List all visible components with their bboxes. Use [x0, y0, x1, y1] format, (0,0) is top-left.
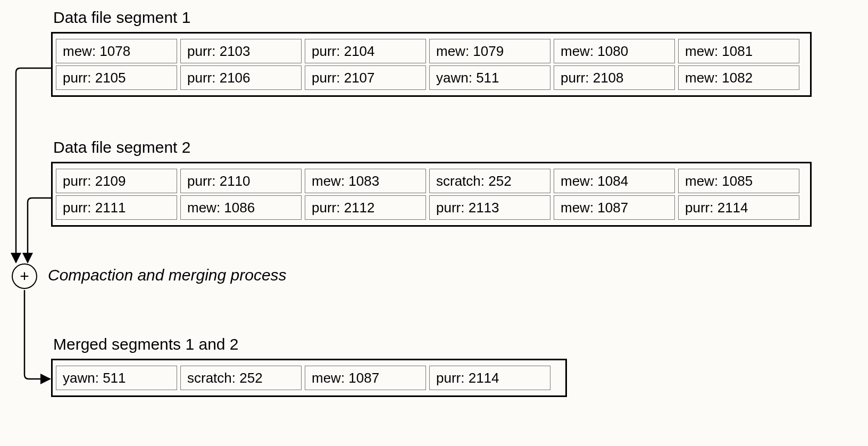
- record-cell: mew: 1080: [554, 39, 675, 63]
- table-row: purr: 2111 mew: 1086 purr: 2112 purr: 21…: [56, 195, 807, 220]
- merged-segment-box: yawn: 511 scratch: 252 mew: 1087 purr: 2…: [51, 359, 567, 397]
- record-cell: mew: 1084: [554, 169, 675, 193]
- record-cell: scratch: 252: [429, 169, 550, 193]
- record-cell: yawn: 511: [56, 366, 177, 390]
- record-cell: mew: 1087: [305, 366, 426, 390]
- table-row: purr: 2109 purr: 2110 mew: 1083 scratch:…: [56, 169, 807, 193]
- record-cell: purr: 2104: [305, 39, 426, 63]
- record-cell: scratch: 252: [180, 366, 302, 390]
- record-cell: mew: 1079: [429, 39, 550, 63]
- record-cell: yawn: 511: [429, 65, 550, 90]
- record-cell: mew: 1087: [554, 195, 675, 220]
- table-row: yawn: 511 scratch: 252 mew: 1087 purr: 2…: [56, 366, 562, 390]
- record-cell: mew: 1086: [180, 195, 302, 220]
- record-cell: purr: 2106: [180, 65, 302, 90]
- record-cell: purr: 2113: [429, 195, 550, 220]
- merge-node-icon: +: [12, 263, 37, 289]
- heading-seg2: Data file segment 2: [53, 138, 190, 156]
- table-row: mew: 1078 purr: 2103 purr: 2104 mew: 107…: [56, 39, 807, 63]
- record-cell: mew: 1085: [678, 169, 799, 193]
- record-cell: purr: 2109: [56, 169, 177, 193]
- record-cell: purr: 2110: [180, 169, 302, 193]
- record-cell: purr: 2112: [305, 195, 426, 220]
- record-cell: purr: 2105: [56, 65, 177, 90]
- segment-1-box: mew: 1078 purr: 2103 purr: 2104 mew: 107…: [51, 32, 812, 97]
- process-label: Compaction and merging process: [48, 266, 287, 284]
- record-cell: purr: 2107: [305, 65, 426, 90]
- heading-merged: Merged segments 1 and 2: [53, 335, 239, 353]
- record-cell: mew: 1081: [678, 39, 799, 63]
- record-cell: mew: 1083: [305, 169, 426, 193]
- record-cell: purr: 2111: [56, 195, 177, 220]
- table-row: purr: 2105 purr: 2106 purr: 2107 yawn: 5…: [56, 65, 807, 90]
- segment-2-box: purr: 2109 purr: 2110 mew: 1083 scratch:…: [51, 162, 812, 227]
- record-cell: mew: 1082: [678, 65, 799, 90]
- record-cell: purr: 2114: [429, 366, 550, 390]
- heading-seg1: Data file segment 1: [53, 9, 190, 27]
- record-cell: purr: 2108: [554, 65, 675, 90]
- record-cell: mew: 1078: [56, 39, 177, 63]
- record-cell: purr: 2103: [180, 39, 302, 63]
- record-cell: purr: 2114: [678, 195, 799, 220]
